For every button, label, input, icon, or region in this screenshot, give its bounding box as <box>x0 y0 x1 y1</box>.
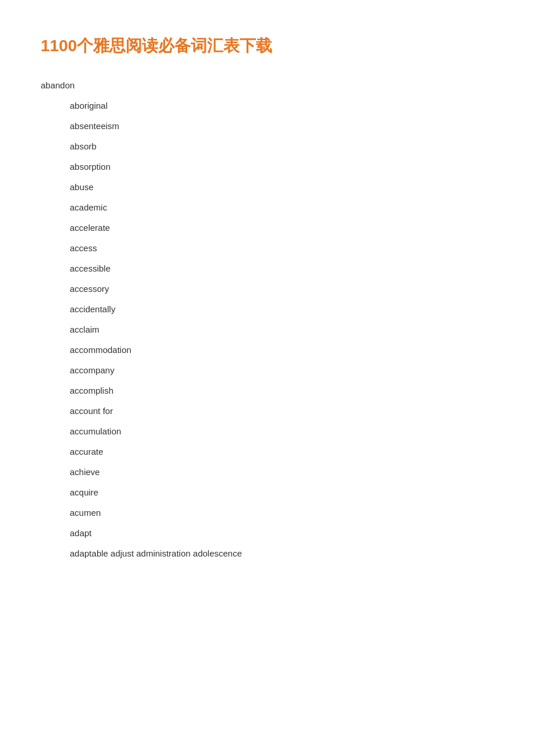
list-item: adaptable adjust administration adolesce… <box>70 548 494 558</box>
list-item: accessible <box>70 263 494 273</box>
list-item: accompany <box>70 365 494 375</box>
list-item: accurate <box>70 447 494 457</box>
list-item: academic <box>70 202 494 212</box>
list-item: access <box>70 243 494 253</box>
list-item: aboriginal <box>70 101 494 110</box>
list-item: accomplish <box>70 386 494 395</box>
word-list: abandonaboriginalabsenteeismabsorbabsorp… <box>41 80 494 558</box>
list-item: acquire <box>70 487 494 497</box>
page-title: 1100个雅思阅读必备词汇表下载 <box>41 35 494 57</box>
list-item: account for <box>70 406 494 416</box>
list-item: acumen <box>70 508 494 518</box>
list-item: absorb <box>70 141 494 151</box>
list-item: abandon <box>41 80 494 90</box>
list-item: accommodation <box>70 345 494 355</box>
list-item: accelerate <box>70 223 494 233</box>
list-item: acclaim <box>70 324 494 334</box>
list-item: abuse <box>70 182 494 192</box>
list-item: accidentally <box>70 304 494 314</box>
list-item: adapt <box>70 528 494 538</box>
list-item: achieve <box>70 467 494 477</box>
list-item: absorption <box>70 162 494 172</box>
list-item: accessory <box>70 284 494 294</box>
list-item: accumulation <box>70 426 494 436</box>
list-item: absenteeism <box>70 121 494 131</box>
